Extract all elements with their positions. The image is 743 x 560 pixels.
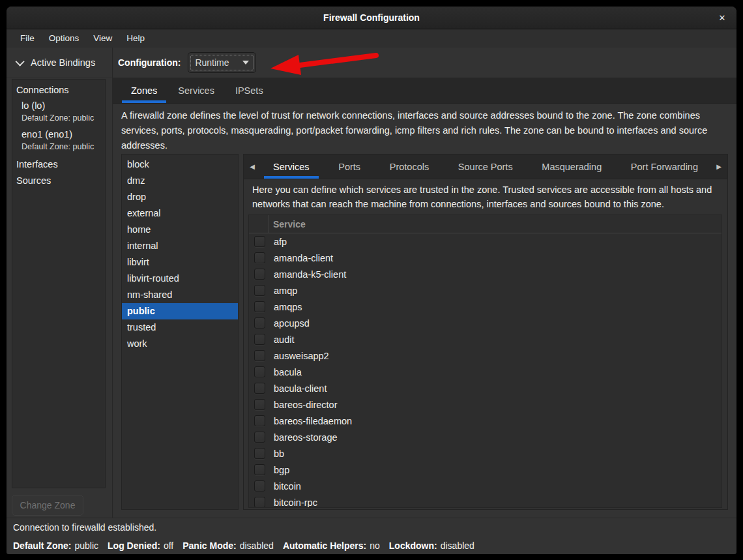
service-checkbox-afp[interactable]	[254, 236, 265, 247]
service-row-audit: audit	[249, 331, 721, 347]
zones-row: blockdmzdropexternalhomeinternallibvirtl…	[121, 154, 728, 510]
zone-tab-ports[interactable]: Ports	[328, 155, 370, 179]
tree-item-connection-eno1-eno1-[interactable]: eno1 (eno1)Default Zone: public	[12, 128, 105, 153]
services-description: Here you can define which services are t…	[244, 179, 727, 211]
infobar: Default Zone:publicLog Denied:offPanic M…	[7, 537, 736, 554]
active-bindings-expander[interactable]: Active Bindings	[7, 48, 112, 78]
service-checkbox-bareos-filedaemon[interactable]	[254, 415, 265, 426]
service-checkbox-audit[interactable]	[254, 334, 265, 345]
connection-name: eno1 (eno1)	[22, 128, 105, 141]
tab-ipsets[interactable]: IPSets	[225, 78, 274, 103]
menu-file[interactable]: File	[13, 29, 42, 48]
tree-item-sources[interactable]: Sources	[12, 173, 105, 189]
tree-item-connection-lo-lo-[interactable]: lo (lo)Default Zone: public	[12, 99, 105, 124]
service-name: amqps	[274, 302, 302, 312]
status-default-zone: Default Zone:public	[13, 540, 98, 551]
service-column-header[interactable]: Service	[269, 219, 306, 229]
service-checkbox-ausweisapp2[interactable]	[254, 350, 265, 361]
menu-options[interactable]: Options	[42, 29, 87, 48]
status-value: disabled	[441, 540, 474, 551]
zone-description: A firewalld zone defines the level of tr…	[121, 108, 731, 153]
zone-item-nm-shared[interactable]: nm-shared	[122, 287, 238, 303]
service-name: amanda-client	[274, 253, 333, 263]
zone-tab-port-forwarding[interactable]: Port Forwarding	[621, 155, 708, 179]
configuration-dropdown[interactable]: Runtime	[188, 52, 256, 73]
dropdown-caret-icon	[242, 61, 249, 65]
service-checkbox-bareos-director[interactable]	[254, 399, 265, 410]
status-label: Panic Mode:	[182, 540, 236, 551]
zone-tab-masquerading[interactable]: Masquerading	[532, 155, 611, 179]
status-log-denied: Log Denied:off	[108, 540, 173, 551]
status-lockdown: Lockdown:disabled	[389, 540, 474, 551]
service-name: amanda-k5-client	[274, 269, 346, 280]
sidebar: Active Bindings Connections lo (lo)Defau…	[7, 48, 113, 518]
status-value: no	[370, 540, 380, 551]
service-checkbox-bb[interactable]	[254, 448, 265, 459]
service-checkbox-amanda-k5-client[interactable]	[254, 269, 265, 280]
service-checkbox-bareos-storage[interactable]	[254, 432, 265, 443]
service-checkbox-bitcoin-rpc[interactable]	[254, 497, 265, 507]
menu-help[interactable]: Help	[119, 29, 152, 48]
menubar: FileOptionsViewHelp	[7, 29, 736, 48]
menu-view[interactable]: View	[86, 29, 119, 48]
zone-item-internal[interactable]: internal	[122, 238, 238, 254]
tab-scroll-left-icon[interactable]: ◀	[244, 155, 261, 179]
service-checkbox-apcupsd[interactable]	[254, 317, 265, 329]
service-row-bareos-filedaemon: bareos-filedaemon	[249, 413, 721, 429]
service-checkbox-amanda-client[interactable]	[254, 252, 265, 263]
chevron-down-icon	[16, 57, 25, 66]
service-checkbox-bgp[interactable]	[254, 464, 265, 475]
service-checkbox-bacula[interactable]	[254, 366, 265, 377]
connection-name: lo (lo)	[22, 99, 105, 113]
window-title: Firewall Configuration	[323, 12, 420, 23]
active-bindings-list: Connections lo (lo)Default Zone: publice…	[12, 79, 106, 488]
service-checkbox-bacula-client[interactable]	[254, 383, 265, 394]
zone-detail-panel: ◀ ServicesPortsProtocolsSource PortsMasq…	[243, 154, 728, 510]
active-bindings-label: Active Bindings	[31, 57, 95, 68]
tab-zones[interactable]: Zones	[121, 78, 168, 103]
service-checkbox-amqp[interactable]	[254, 285, 265, 296]
zone-item-work[interactable]: work	[122, 336, 238, 352]
main-tabbar: ZonesServicesIPSets	[113, 78, 736, 104]
service-name: bitcoin-rpc	[274, 497, 317, 508]
tree-item-connections[interactable]: Connections	[12, 82, 105, 98]
service-checkbox-amqps[interactable]	[254, 301, 265, 312]
zone-tab-services[interactable]: Services	[263, 155, 319, 179]
service-name: bareos-director	[274, 400, 338, 410]
zone-item-block[interactable]: block	[122, 156, 238, 173]
zone-tabbar: ◀ ServicesPortsProtocolsSource PortsMasq…	[244, 155, 727, 179]
service-row-afp: afp	[249, 233, 721, 250]
status-panic-mode: Panic Mode:disabled	[182, 540, 274, 551]
service-checkbox-bitcoin[interactable]	[254, 480, 265, 492]
status-message: Connection to firewalld established.	[13, 522, 156, 533]
zone-item-home[interactable]: home	[122, 222, 238, 238]
close-icon[interactable]: ✕	[716, 11, 729, 24]
service-name: bareos-storage	[274, 432, 338, 443]
status-label: Automatic Helpers:	[283, 540, 366, 551]
configuration-bar: Configuration: Runtime	[113, 48, 736, 78]
change-zone-button[interactable]: Change Zone	[12, 495, 83, 516]
zone-item-libvirt-routed[interactable]: libvirt-routed	[122, 271, 238, 287]
tree-item-interfaces[interactable]: Interfaces	[12, 156, 105, 173]
zone-tab-source-ports[interactable]: Source Ports	[448, 155, 523, 179]
tab-services[interactable]: Services	[168, 78, 225, 103]
service-row-bareos-director: bareos-director	[249, 396, 721, 413]
zone-item-external[interactable]: external	[122, 205, 238, 222]
connection-zone-detail: Default Zone: public	[22, 113, 105, 124]
zones-pane: A firewalld zone defines the level of tr…	[113, 104, 736, 518]
configuration-label: Configuration:	[118, 57, 181, 68]
service-name: bitcoin	[274, 481, 301, 492]
zone-item-libvirt[interactable]: libvirt	[122, 254, 238, 271]
zone-item-drop[interactable]: drop	[122, 189, 238, 205]
zone-item-public[interactable]: public	[122, 303, 238, 319]
connection-zone-detail: Default Zone: public	[22, 141, 105, 153]
service-row-ausweisapp2: ausweisapp2	[249, 347, 721, 364]
service-name: bb	[274, 449, 284, 459]
zone-tab-protocols[interactable]: Protocols	[380, 155, 439, 179]
zone-item-dmz[interactable]: dmz	[122, 173, 238, 189]
service-row-bacula-client: bacula-client	[249, 380, 721, 396]
zone-item-trusted[interactable]: trusted	[122, 319, 238, 336]
tab-scroll-right-icon[interactable]: ▶	[710, 155, 727, 179]
services-table: Service afpamanda-clientamanda-k5-client…	[248, 214, 722, 508]
status-automatic-helpers: Automatic Helpers:no	[283, 540, 380, 551]
